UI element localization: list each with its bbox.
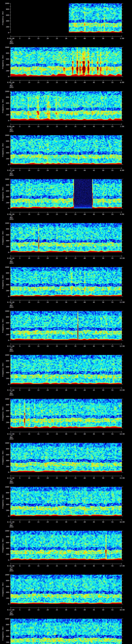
- y-axis-tick: [10, 118, 10, 118]
- x-axis-endcap: [122, 343, 122, 344]
- x-tick-label: 10: [28, 521, 30, 523]
- x-tick-label: 50: [102, 302, 104, 303]
- x-tick-label: 15: [38, 345, 40, 347]
- x-tick-label: 20: [47, 302, 49, 303]
- x-tick-label: 10: [28, 38, 30, 39]
- y-tick-label: 600: [4, 454, 9, 456]
- x-axis-tick: [20, 564, 20, 565]
- y-axis-tick: [9, 422, 10, 422]
- x-axis-tick: [20, 168, 20, 169]
- y-axis-tick: [122, 91, 123, 92]
- x-tick-label: 40: [84, 214, 86, 215]
- x-axis-tick: [10, 168, 11, 169]
- x-tick-label: 35: [74, 126, 76, 127]
- y-axis-tick: [9, 97, 10, 97]
- y-axis-tick: [122, 320, 122, 320]
- date-label: 2015: [10, 130, 14, 132]
- y-axis-tick: [10, 194, 10, 194]
- y-axis-tick: [122, 97, 123, 97]
- x-axis-tick: [48, 168, 48, 169]
- y-tick-label: 1000: [4, 574, 9, 576]
- x-axis-tick: [20, 212, 20, 213]
- x-tick-label: 50: [102, 38, 104, 39]
- x-tick-label: 30: [65, 126, 67, 127]
- y-axis-tick: [122, 337, 122, 338]
- x-tick-label: 30: [65, 345, 67, 347]
- spectrogram-canvas: [10, 619, 122, 644]
- y-axis-tick: [122, 410, 123, 411]
- y-axis-tick: [10, 490, 10, 490]
- y-axis-tick: [9, 109, 10, 109]
- y-axis-tick: [122, 557, 122, 557]
- y-tick-label: 400: [4, 504, 9, 505]
- y-axis-tick: [122, 32, 123, 33]
- x-tick-label: 20: [47, 38, 49, 39]
- x-axis-endcap: [10, 519, 11, 520]
- y-axis-tick: [9, 328, 10, 329]
- x-axis-endcap: [10, 36, 11, 36]
- x-axis-tick: [103, 520, 103, 521]
- x-tick-label: 25: [56, 170, 58, 171]
- x-axis-tick: [57, 256, 57, 257]
- y-axis-tick: [9, 619, 10, 619]
- y-tick-label: 200: [4, 334, 9, 336]
- y-tick-label: 800: [4, 96, 9, 98]
- x-tick-label: 5: [19, 477, 20, 479]
- x-axis-tick: [48, 124, 48, 125]
- y-axis-tick: [9, 115, 10, 115]
- end-time-label: 5:00: [120, 38, 124, 39]
- y-axis-tick: [122, 27, 123, 27]
- x-tick-label: 25: [56, 257, 58, 259]
- y-axis-tick: [10, 232, 10, 232]
- y-tick-label: 600: [4, 586, 9, 587]
- x-axis-tick: [57, 344, 57, 345]
- y-axis-tick: [122, 76, 123, 77]
- end-time-label: 15:00: [120, 477, 124, 479]
- x-tick-label: 10: [28, 82, 30, 83]
- x-axis-endcap: [122, 431, 122, 432]
- x-tick-label: 15: [38, 214, 40, 215]
- y-axis-tick: [9, 542, 10, 543]
- x-axis-tick: [57, 388, 57, 389]
- x-tick-label: 10: [28, 477, 30, 479]
- y-tick-label: 200: [4, 378, 9, 379]
- y-axis-tick: [9, 76, 10, 77]
- x-axis-tick: [57, 168, 57, 169]
- x-tick-label: 35: [74, 214, 76, 215]
- date-label: 2015: [10, 438, 14, 440]
- y-axis-tick: [9, 240, 10, 241]
- x-axis-tick: [48, 608, 48, 608]
- y-axis-tick: [10, 419, 10, 420]
- y-tick-label: 1000: [4, 266, 9, 268]
- x-tick-label: 35: [74, 521, 76, 523]
- y-axis-tick: [122, 244, 122, 244]
- y-tick-label: 600: [4, 630, 9, 632]
- x-axis-tick: [10, 564, 11, 565]
- y-axis-tick: [10, 56, 10, 56]
- x-axis-tick: [103, 124, 103, 125]
- y-tick-label: 0: [4, 252, 9, 253]
- x-tick-label: 40: [84, 521, 86, 523]
- y-tick-label: 1000: [4, 442, 9, 444]
- x-axis-endcap: [122, 475, 122, 476]
- x-axis-tick: [10, 608, 11, 608]
- y-axis-tick: [122, 112, 122, 112]
- x-axis-tick: [20, 124, 20, 125]
- frequency-axis-title: Frequency (Hz): [2, 275, 4, 289]
- x-axis-endcap: [10, 168, 11, 168]
- x-tick-label: 40: [84, 170, 86, 171]
- x-axis-tick: [10, 124, 11, 125]
- x-tick-label: 15: [38, 433, 40, 435]
- y-axis-tick: [122, 540, 122, 540]
- y-axis-tick: [122, 534, 122, 534]
- y-tick-label: 600: [4, 542, 9, 544]
- y-axis-tick: [9, 510, 10, 510]
- x-axis-tick: [48, 256, 48, 257]
- x-tick-label: 55: [112, 521, 114, 523]
- y-axis-tick: [122, 223, 123, 223]
- x-axis-endcap: [122, 519, 122, 520]
- x-tick-label: 5: [19, 521, 20, 523]
- y-tick-label: 600: [4, 278, 9, 280]
- y-tick-label: 800: [4, 52, 9, 54]
- x-tick-label: 40: [84, 565, 86, 567]
